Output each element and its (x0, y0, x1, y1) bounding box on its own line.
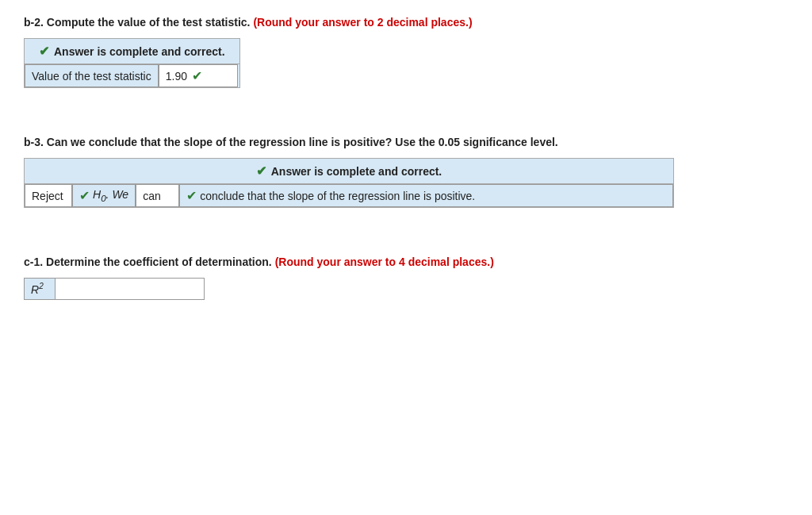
c1-input-row: R2 (24, 278, 788, 300)
b2-value-text: 1.90 (166, 70, 187, 83)
b2-answer-box: ✔ Answer is complete and correct. Value … (24, 38, 240, 88)
c1-question-highlight: (Round your answer to 4 decimal places.) (275, 256, 494, 268)
c1-input[interactable] (56, 279, 204, 299)
b3-h0-text: H0. We (93, 188, 128, 203)
b3-question-text: Can we conclude that the slope of the re… (47, 136, 558, 148)
b3-answer-box: ✔ Answer is complete and correct. Reject… (24, 158, 674, 208)
c1-question-label: c-1. Determine the coefficient of determ… (24, 256, 788, 268)
b3-cell-reject: Reject (25, 184, 72, 207)
b2-check-icon: ✔ (39, 44, 49, 59)
b3-h0-check-icon: ✔ (79, 188, 90, 203)
b2-section: b-2. Compute the value of the test stati… (24, 16, 788, 104)
b3-question-label: b-3. Can we conclude that the slope of t… (24, 136, 788, 148)
b3-table-row: Reject ✔ H0. We can ✔ conclude that the … (25, 184, 673, 207)
b3-question-number: b-3. (24, 136, 44, 148)
b3-section: b-3. Can we conclude that the slope of t… (24, 136, 788, 208)
b2-question-highlight: (Round your answer to 2 decimal places.) (253, 16, 472, 29)
b2-complete-row: ✔ Answer is complete and correct. (25, 39, 239, 64)
b2-table-row: Value of the test statistic 1.90 ✔ (25, 64, 239, 87)
b3-cell-conclude: ✔ conclude that the slope of the regress… (179, 184, 673, 207)
b3-conclude-check-icon: ✔ (186, 188, 197, 203)
c1-question-text: Determine the coefficient of determinati… (46, 256, 275, 268)
c1-r2-label: R2 (24, 278, 56, 300)
c1-input-cell[interactable] (56, 278, 205, 300)
b3-can-text: can (143, 190, 161, 202)
b3-cell-h0: ✔ H0. We (72, 184, 136, 207)
b2-question-number: b-2. (24, 16, 44, 29)
b2-row-value: 1.90 ✔ (159, 64, 238, 87)
b3-complete-row: ✔ Answer is complete and correct. (25, 159, 673, 184)
b3-check-icon: ✔ (256, 163, 266, 179)
b2-row-label: Value of the test statistic (25, 64, 159, 87)
b3-conclude-text: conclude that the slope of the regressio… (200, 190, 475, 202)
b2-question-label: b-2. Compute the value of the test stati… (24, 16, 788, 29)
b3-complete-text: Answer is complete and correct. (271, 165, 442, 178)
c1-section: c-1. Determine the coefficient of determ… (24, 256, 788, 300)
b2-value-check-icon: ✔ (192, 68, 202, 83)
b2-complete-text: Answer is complete and correct. (54, 45, 225, 58)
c1-r2-text: R2 (31, 282, 44, 296)
c1-question-number: c-1. (24, 256, 43, 268)
b3-reject-text: Reject (32, 190, 63, 202)
b2-question-text: Compute the value of the test statistic. (47, 16, 254, 29)
b3-cell-can: can (136, 184, 179, 207)
